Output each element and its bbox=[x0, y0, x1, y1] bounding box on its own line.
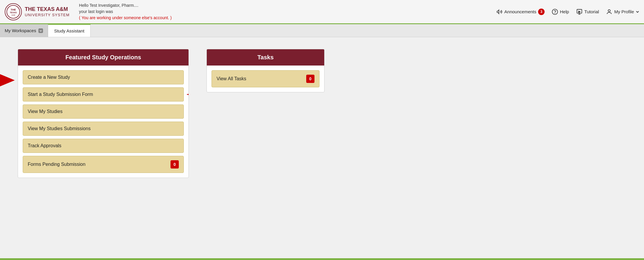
svg-marker-10 bbox=[186, 87, 189, 102]
announcements-label: Announcements bbox=[504, 9, 536, 14]
announcements-button[interactable]: Announcements 3 bbox=[496, 9, 545, 15]
my-workspaces-nav[interactable]: My Workspaces bbox=[0, 24, 48, 37]
view-all-tasks-button[interactable]: View All Tasks 0 bbox=[212, 70, 319, 87]
main-content: Featured Study Operations Create a New S… bbox=[0, 37, 644, 190]
svg-point-5 bbox=[555, 13, 555, 13]
navbar: My Workspaces Study Assistant bbox=[0, 24, 644, 37]
svg-text:A&M: A&M bbox=[11, 14, 15, 16]
app-header: THE TEXAS A&M THE TEXAS A&M UNIVERSITY S… bbox=[0, 0, 644, 24]
greeting-line2: your last login was bbox=[79, 9, 491, 15]
logo-area: THE TEXAS A&M THE TEXAS A&M UNIVERSITY S… bbox=[5, 3, 70, 20]
view-all-tasks-label: View All Tasks bbox=[217, 76, 246, 81]
track-approvals-button[interactable]: Track Approvals bbox=[23, 139, 184, 153]
my-profile-button[interactable]: My Profile bbox=[606, 9, 639, 15]
greeting-area: Hello Test Investigator, Pharm.... your … bbox=[79, 2, 491, 21]
profile-chevron-icon bbox=[636, 10, 639, 14]
left-arrow-icon bbox=[0, 71, 15, 89]
workspaces-label: My Workspaces bbox=[5, 28, 36, 33]
tasks-card: Tasks View All Tasks 0 bbox=[207, 49, 325, 92]
tasks-panel: Tasks View All Tasks 0 bbox=[207, 49, 325, 92]
tutorial-label: Tutorial bbox=[584, 9, 599, 14]
create-new-study-button[interactable]: Create a New Study bbox=[23, 70, 184, 84]
tasks-body: View All Tasks 0 bbox=[207, 66, 324, 92]
view-all-tasks-badge: 0 bbox=[306, 75, 314, 83]
forms-pending-badge: 0 bbox=[171, 160, 179, 169]
operations-panel: Featured Study Operations Create a New S… bbox=[18, 49, 189, 178]
org-sub: UNIVERSITY SYSTEM bbox=[25, 13, 70, 17]
profile-label: My Profile bbox=[614, 9, 634, 14]
view-my-studies-submissions-button[interactable]: View My Studies Submissions bbox=[23, 122, 184, 136]
study-assistant-tab[interactable]: Study Assistant bbox=[48, 24, 91, 37]
profile-icon bbox=[606, 9, 612, 15]
tutorial-icon bbox=[576, 9, 583, 15]
tab-label: Study Assistant bbox=[54, 28, 84, 33]
svg-rect-8 bbox=[39, 29, 43, 33]
track-approvals-label: Track Approvals bbox=[28, 143, 61, 148]
help-button[interactable]: Help bbox=[552, 9, 569, 15]
right-arrow-icon bbox=[186, 86, 189, 103]
help-icon bbox=[552, 9, 558, 15]
svg-point-7 bbox=[608, 9, 610, 12]
view-my-studies-label: View My Studies bbox=[28, 109, 63, 114]
svg-text:TEXAS: TEXAS bbox=[10, 12, 17, 14]
workspaces-dropdown-icon bbox=[38, 28, 43, 33]
view-my-studies-button[interactable]: View My Studies bbox=[23, 104, 184, 119]
featured-operations-card: Featured Study Operations Create a New S… bbox=[18, 49, 189, 178]
announcements-badge: 3 bbox=[538, 9, 545, 15]
greeting-line3: ( You are working under someone else's a… bbox=[79, 15, 491, 21]
svg-text:THE: THE bbox=[11, 8, 16, 11]
start-study-submission-label: Start a Study Submission Form bbox=[28, 92, 93, 97]
featured-operations-title: Featured Study Operations bbox=[18, 49, 189, 66]
forms-pending-submission-label: Forms Pending Submission bbox=[28, 162, 86, 167]
help-label: Help bbox=[560, 9, 569, 14]
forms-pending-submission-button[interactable]: Forms Pending Submission 0 bbox=[23, 156, 184, 173]
org-name: THE TEXAS A&M bbox=[25, 6, 70, 13]
tasks-title: Tasks bbox=[207, 49, 324, 66]
greeting-line1: Hello Test Investigator, Pharm.... bbox=[79, 2, 491, 9]
bottom-accent bbox=[0, 258, 644, 260]
featured-operations-body: Create a New Study Start a Study Submiss… bbox=[18, 66, 189, 178]
announcements-icon bbox=[496, 9, 503, 15]
create-new-study-label: Create a New Study bbox=[28, 75, 70, 80]
svg-marker-9 bbox=[0, 73, 15, 88]
tutorial-button[interactable]: Tutorial bbox=[576, 9, 599, 15]
view-my-studies-submissions-label: View My Studies Submissions bbox=[28, 126, 91, 131]
start-study-submission-button[interactable]: Start a Study Submission Form bbox=[23, 87, 184, 102]
logo-icon: THE TEXAS A&M bbox=[5, 3, 22, 20]
header-actions: Announcements 3 Help Tutorial bbox=[496, 9, 639, 15]
